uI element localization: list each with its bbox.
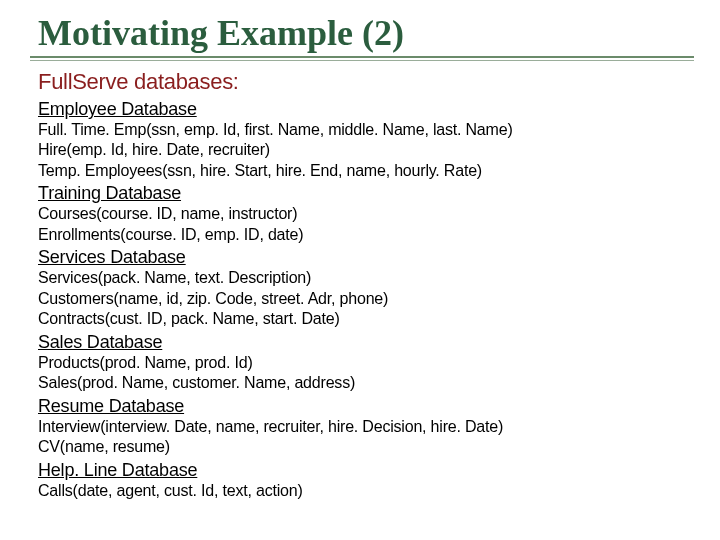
db-heading: Sales Database [38, 332, 690, 353]
schema-line: Interview(interview. Date, name, recruit… [38, 417, 690, 437]
db-heading: Training Database [38, 183, 690, 204]
schema-line: Customers(name, id, zip. Code, street. A… [38, 289, 690, 309]
schema-line: Products(prod. Name, prod. Id) [38, 353, 690, 373]
title-rule [30, 56, 694, 61]
db-heading: Help. Line Database [38, 460, 690, 481]
schema-line: Courses(course. ID, name, instructor) [38, 204, 690, 224]
schema-line: Services(pack. Name, text. Description) [38, 268, 690, 288]
db-section-employee: Employee Database Full. Time. Emp(ssn, e… [38, 99, 690, 181]
schema-line: Sales(prod. Name, customer. Name, addres… [38, 373, 690, 393]
schema-line: Temp. Employees(ssn, hire. Start, hire. … [38, 161, 690, 181]
schema-line: Full. Time. Emp(ssn, emp. Id, first. Nam… [38, 120, 690, 140]
db-heading: Resume Database [38, 396, 690, 417]
db-section-helpline: Help. Line Database Calls(date, agent, c… [38, 460, 690, 501]
slide-title: Motivating Example (2) [38, 12, 690, 54]
schema-line: Enrollments(course. ID, emp. ID, date) [38, 225, 690, 245]
slide-subtitle: FullServe databases: [38, 69, 690, 95]
schema-line: Calls(date, agent, cust. Id, text, actio… [38, 481, 690, 501]
db-section-services: Services Database Services(pack. Name, t… [38, 247, 690, 329]
schema-line: Contracts(cust. ID, pack. Name, start. D… [38, 309, 690, 329]
db-section-sales: Sales Database Products(prod. Name, prod… [38, 332, 690, 394]
db-section-resume: Resume Database Interview(interview. Dat… [38, 396, 690, 458]
db-section-training: Training Database Courses(course. ID, na… [38, 183, 690, 245]
db-heading: Services Database [38, 247, 690, 268]
db-heading: Employee Database [38, 99, 690, 120]
schema-line: CV(name, resume) [38, 437, 690, 457]
schema-line: Hire(emp. Id, hire. Date, recruiter) [38, 140, 690, 160]
